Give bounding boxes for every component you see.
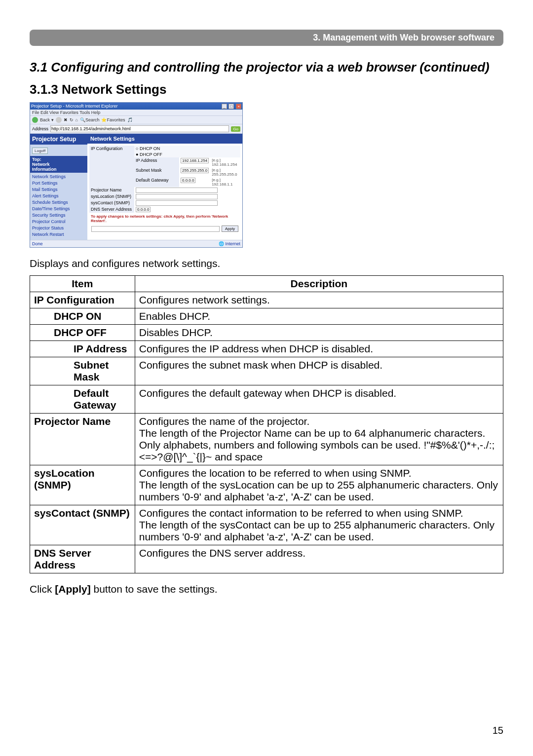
search-label[interactable]: 🔍Search [80, 117, 100, 122]
maximize-icon[interactable]: □ [228, 104, 234, 109]
ip-eg: [e.g.] 192.168.1.254 [210, 157, 240, 167]
row-subnet-desc: Configures the subnet mask when DHCP is … [135, 357, 503, 385]
syscon-label: sysContact (SNMP) [89, 200, 134, 206]
subsection-title: 3.1.3 Network Settings [30, 82, 503, 97]
sysloc-value[interactable] [136, 194, 218, 199]
gateway-label: Default Gateway [134, 177, 179, 187]
row-dhcpon-desc: Enables DHCP. [135, 308, 503, 325]
stop-icon[interactable]: ✖ [64, 117, 68, 122]
media-icon[interactable]: 🎵 [127, 117, 133, 122]
dns-label: DNS Server Address [89, 206, 134, 213]
nav-alert-settings[interactable]: Alert Settings [32, 193, 85, 198]
address-input[interactable] [50, 125, 229, 132]
syscon-value[interactable] [136, 200, 218, 206]
dns-value[interactable]: 0.0.0.0 [136, 207, 151, 212]
apply-bar [91, 226, 220, 232]
sidebar: Projector Setup Logoff Top: Network Info… [30, 134, 87, 240]
closing-text: Click [Apply] button to save the setting… [30, 583, 503, 595]
row-dns-desc: Configures the DNS server address. [135, 545, 503, 573]
go-button[interactable]: Go [231, 126, 240, 132]
row-dhcpon-item: DHCP ON [50, 308, 135, 325]
forward-icon[interactable] [56, 117, 62, 123]
row-dhcpoff-item: DHCP OFF [50, 325, 135, 341]
ie-status-bar: Done 🌐 Internet [30, 240, 242, 247]
row-syscon-desc: Configures the contact information to be… [135, 505, 503, 545]
status-right: 🌐 Internet [219, 241, 240, 246]
ie-toolbar: Back ▾ ✖ ↻ ⌂ 🔍Search ⭐Favorites 🎵 [30, 115, 242, 124]
projname-label: Projector Name [89, 187, 134, 193]
row-ipconfig-item: IP Configuration [30, 292, 135, 308]
home-icon[interactable]: ⌂ [76, 117, 78, 122]
dhcp-off-radio[interactable]: ● [136, 152, 140, 157]
apply-button[interactable]: Apply [222, 226, 238, 232]
intro-text: Displays and configures network settings… [30, 258, 503, 269]
window-buttons: _ □ × [221, 104, 241, 109]
row-sysloc-desc: Configures the location to be referred t… [135, 465, 503, 505]
nav-projector-status[interactable]: Projector Status [32, 226, 85, 230]
row-ipaddr-desc: Configures the IP address when DHCP is d… [135, 341, 503, 357]
dhcp-on-radio[interactable]: ○ [136, 146, 140, 151]
nav-schedule-settings[interactable]: Schedule Settings [32, 200, 85, 205]
row-projname-item: Projector Name [30, 414, 135, 465]
sidebar-top-block: Top: Network Information [30, 156, 87, 173]
content-pane: Network Settings IP Configuration ○ DHCP… [87, 134, 242, 240]
projname-value[interactable] [136, 188, 218, 193]
th-desc: Description [135, 276, 503, 292]
chapter-bar: 3. Management with Web browser software [30, 30, 503, 46]
close-icon[interactable]: × [236, 104, 241, 109]
row-dns-item: DNS Server Address [30, 545, 135, 573]
nav-mail-settings[interactable]: Mail Settings [32, 187, 85, 192]
nav-network-settings[interactable]: Network Settings [32, 174, 85, 179]
subnet-value[interactable]: 255.255.255.0 [181, 168, 209, 173]
row-gateway-desc: Configures the default gateway when DHCP… [135, 385, 503, 414]
row-projname-desc: Configures the name of the projector. Th… [135, 414, 503, 465]
row-sysloc-item: sysLocation (SNMP) [30, 465, 135, 505]
section-title: 3.1 Configuring and controlling the proj… [30, 60, 503, 75]
nav-network-restart[interactable]: Network Restart [32, 232, 85, 237]
sysloc-label: sysLocation (SNMP) [89, 193, 134, 200]
ie-address-bar: Address Go [30, 124, 242, 134]
ie-menubar: File Edit View Favorites Tools Help [30, 110, 242, 115]
ip-value[interactable]: 192.168.1.254 [181, 158, 209, 163]
logoff-button[interactable]: Logoff [32, 148, 48, 154]
nav-datetime-settings[interactable]: Date/Time Settings [32, 206, 85, 211]
back-icon[interactable] [32, 117, 38, 123]
projector-setup-heading: Projector Setup [30, 134, 87, 145]
row-dhcpoff-desc: Disables DHCP. [135, 325, 503, 341]
back-label: Back ▾ [40, 117, 54, 122]
th-item: Item [30, 276, 135, 292]
minimize-icon[interactable]: _ [222, 104, 227, 109]
row-ipconfig-desc: Configures network settings. [135, 292, 503, 308]
address-label: Address [32, 126, 48, 131]
nav-projector-control[interactable]: Projector Control [32, 219, 85, 224]
row-subnet-item: Subnet Mask [70, 357, 135, 385]
ie-titlebar: Projector Setup - Microsoft Internet Exp… [30, 103, 242, 110]
subnet-eg: [e.g.] 255.255.255.0 [210, 167, 240, 177]
content-header: Network Settings [87, 134, 242, 144]
favorites-label[interactable]: ⭐Favorites [101, 117, 125, 122]
ip-label: IP Address [134, 157, 179, 167]
status-left: Done [32, 241, 43, 246]
page-number: 15 [493, 725, 503, 736]
gateway-eg: [e.g.] 192.168.1.1 [210, 177, 240, 187]
refresh-icon[interactable]: ↻ [70, 117, 74, 122]
description-table: Item Description IP Configuration Config… [30, 275, 503, 573]
ipconfig-label: IP Configuration [89, 146, 134, 187]
subnet-label: Subnet Mask [134, 167, 179, 177]
screenshot-window: Projector Setup - Microsoft Internet Exp… [30, 102, 243, 248]
window-title: Projector Setup - Microsoft Internet Exp… [31, 104, 118, 109]
gateway-value[interactable]: 0.0.0.0 [181, 178, 195, 183]
nav-port-settings[interactable]: Port Settings [32, 181, 85, 186]
warning-text: To apply changes to network settings: cl… [89, 213, 240, 225]
row-ipaddr-item: IP Address [70, 341, 135, 357]
row-gateway-item: Default Gateway [70, 385, 135, 414]
row-syscon-item: sysContact (SNMP) [30, 505, 135, 545]
nav-security-settings[interactable]: Security Settings [32, 213, 85, 218]
